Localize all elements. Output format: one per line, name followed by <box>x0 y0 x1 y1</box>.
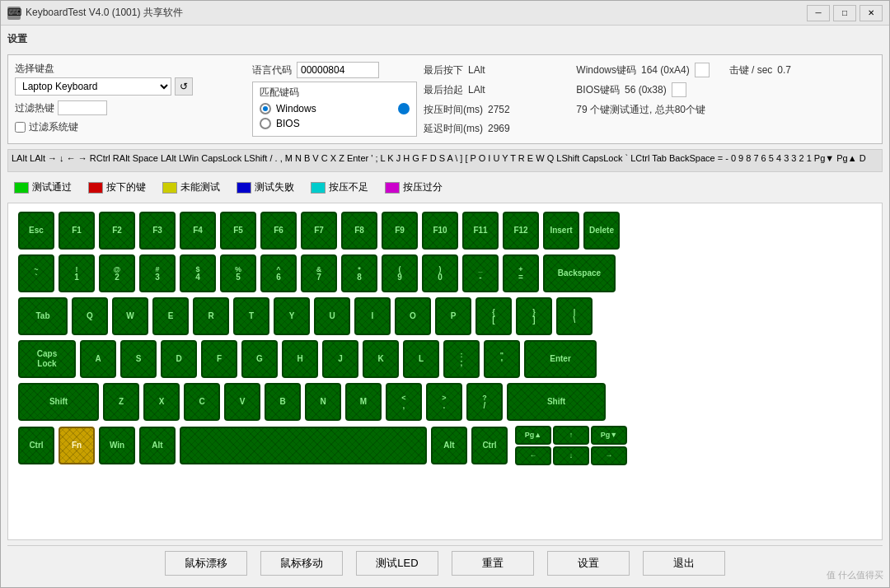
key-lalt[interactable]: Alt <box>139 427 176 464</box>
match-bios-option[interactable]: BIOS <box>260 118 410 129</box>
key-3[interactable]: #3 <box>139 254 176 292</box>
filter-hotkey-input[interactable] <box>58 100 107 115</box>
key-fn[interactable]: Fn <box>59 427 95 464</box>
key-minus[interactable]: _- <box>462 254 499 292</box>
key-i[interactable]: I <box>354 297 391 335</box>
key-quote[interactable]: "' <box>484 340 520 378</box>
test-led-button[interactable]: 测试LED <box>356 551 438 576</box>
key-z[interactable]: Z <box>103 383 139 421</box>
key-semicolon[interactable]: :; <box>443 340 480 378</box>
key-backspace[interactable]: Backspace <box>543 254 616 292</box>
key-f2[interactable]: F2 <box>99 212 135 250</box>
keyboard-select-dropdown[interactable]: Laptop Keyboard <box>15 77 171 96</box>
key-x[interactable]: X <box>143 383 180 421</box>
key-f8[interactable]: F8 <box>341 212 377 250</box>
key-comma[interactable]: <, <box>386 383 422 421</box>
key-6[interactable]: ^6 <box>260 254 297 292</box>
key-r[interactable]: R <box>193 297 229 335</box>
key-u[interactable]: U <box>314 297 350 335</box>
refresh-button[interactable]: ↺ <box>175 77 193 96</box>
key-g[interactable]: G <box>241 340 278 378</box>
key-enter[interactable]: Enter <box>524 340 597 378</box>
minimize-button[interactable]: ─ <box>807 5 830 21</box>
key-period[interactable]: >. <box>426 383 462 421</box>
key-f6[interactable]: F6 <box>260 212 297 250</box>
key-f3[interactable]: F3 <box>139 212 176 250</box>
key-q[interactable]: Q <box>72 297 108 335</box>
match-windows-option[interactable]: Windows <box>260 103 410 114</box>
settings-button[interactable]: 设置 <box>547 551 630 576</box>
key-v[interactable]: V <box>224 383 260 421</box>
key-0[interactable]: )0 <box>422 254 458 292</box>
key-rctrl[interactable]: Ctrl <box>471 427 508 464</box>
key-lctrl[interactable]: Ctrl <box>18 427 54 464</box>
key-backslash[interactable]: |\ <box>556 297 593 335</box>
key-f10[interactable]: F10 <box>422 212 458 250</box>
key-9[interactable]: (9 <box>382 254 418 292</box>
key-win[interactable]: Win <box>99 427 135 464</box>
key-shift-left[interactable]: Shift <box>18 383 99 421</box>
key-d[interactable]: D <box>161 340 197 378</box>
key-s[interactable]: S <box>120 340 157 378</box>
key-insert[interactable]: Insert <box>543 212 579 250</box>
key-1[interactable]: !1 <box>59 254 95 292</box>
key-l[interactable]: L <box>403 340 439 378</box>
key-b[interactable]: B <box>265 383 301 421</box>
mouse-drift-button[interactable]: 鼠标漂移 <box>165 551 247 576</box>
key-p[interactable]: P <box>435 297 471 335</box>
key-5[interactable]: %5 <box>220 254 256 292</box>
exit-button[interactable]: 退出 <box>643 551 725 576</box>
key-ralt[interactable]: Alt <box>431 427 467 464</box>
key-7[interactable]: &7 <box>301 254 337 292</box>
key-delete[interactable]: Delete <box>583 212 620 250</box>
key-j[interactable]: J <box>322 340 358 378</box>
key-lbracket[interactable]: {[ <box>475 297 512 335</box>
key-k[interactable]: K <box>363 340 399 378</box>
bios-radio[interactable] <box>260 118 271 129</box>
key-n[interactable]: N <box>305 383 341 421</box>
key-m[interactable]: M <box>345 383 382 421</box>
key-f5[interactable]: F5 <box>220 212 256 250</box>
last-press-label: 最后按下 <box>424 63 463 77</box>
key-down[interactable]: ↓ <box>553 446 589 465</box>
key-slash[interactable]: ?/ <box>466 383 503 421</box>
key-h[interactable]: H <box>282 340 318 378</box>
key-shift-right[interactable]: Shift <box>507 383 606 421</box>
key-equals[interactable]: += <box>503 254 539 292</box>
mouse-move-button[interactable]: 鼠标移动 <box>260 551 343 576</box>
key-caps-lock[interactable]: CapsLock <box>18 340 76 378</box>
key-8[interactable]: *8 <box>341 254 377 292</box>
key-up[interactable]: ↑ <box>553 426 589 445</box>
key-f[interactable]: F <box>201 340 237 378</box>
key-f12[interactable]: F12 <box>503 212 539 250</box>
key-left[interactable]: ← <box>515 446 551 465</box>
key-rbracket[interactable]: }] <box>516 297 552 335</box>
key-c[interactable]: C <box>184 383 220 421</box>
key-e[interactable]: E <box>152 297 189 335</box>
key-w[interactable]: W <box>112 297 148 335</box>
key-f7[interactable]: F7 <box>301 212 337 250</box>
key-2[interactable]: @2 <box>99 254 135 292</box>
key-t[interactable]: T <box>233 297 269 335</box>
close-button[interactable]: ✕ <box>860 5 883 21</box>
filter-sys-checkbox[interactable] <box>15 122 26 133</box>
key-f4[interactable]: F4 <box>180 212 216 250</box>
key-backtick[interactable]: ~` <box>18 254 54 292</box>
key-4[interactable]: $4 <box>180 254 216 292</box>
key-space[interactable] <box>180 427 427 464</box>
windows-radio[interactable] <box>260 103 271 114</box>
key-f1[interactable]: F1 <box>59 212 95 250</box>
key-o[interactable]: O <box>395 297 431 335</box>
key-y[interactable]: Y <box>274 297 310 335</box>
lang-input[interactable] <box>297 62 379 78</box>
key-right[interactable]: → <box>591 446 627 465</box>
maximize-button[interactable]: □ <box>833 5 856 21</box>
key-f9[interactable]: F9 <box>382 212 418 250</box>
key-esc[interactable]: Esc <box>18 212 54 250</box>
key-pgdn[interactable]: Pg▼ <box>591 426 627 445</box>
key-pgup[interactable]: Pg▲ <box>515 426 551 445</box>
reset-button[interactable]: 重置 <box>452 551 534 576</box>
key-f11[interactable]: F11 <box>462 212 499 250</box>
key-a[interactable]: A <box>80 340 116 378</box>
key-tab[interactable]: Tab <box>18 297 68 335</box>
